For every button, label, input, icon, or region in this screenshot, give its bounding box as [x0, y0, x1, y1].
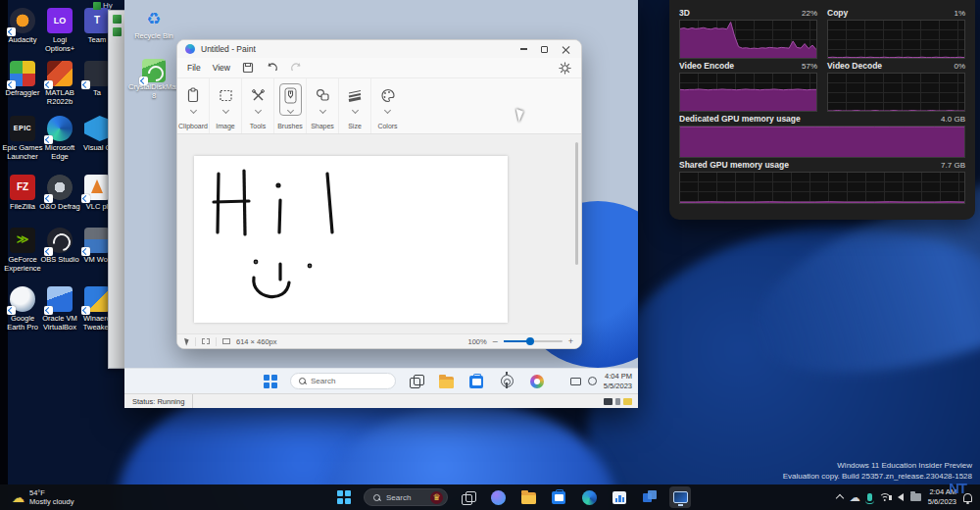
- desktop-icon-epic-games[interactable]: EPIC Epic Games Launcher: [2, 116, 43, 161]
- volume-icon[interactable]: [898, 493, 904, 501]
- selected-tool-outline: [279, 83, 302, 116]
- desktop-icon-obs[interactable]: OBS Studio: [39, 228, 80, 264]
- edge-icon: [47, 116, 73, 141]
- ribbon-group-label: Tools: [250, 123, 266, 129]
- host-start-button[interactable]: [333, 486, 355, 508]
- paint-canvas[interactable]: [194, 156, 508, 323]
- obs-icon: [47, 228, 73, 253]
- zoom-out-button[interactable]: –: [493, 336, 498, 346]
- vm-settings-button[interactable]: [496, 371, 517, 392]
- ribbon-group-label: Brushes: [277, 123, 303, 129]
- watermark-line2: Evaluation copy. Build 25357.zn_release.…: [783, 472, 972, 483]
- maximize-icon[interactable]: [541, 46, 548, 53]
- hyperv-manager-window-title[interactable]: Hy: [93, 1, 113, 10]
- desktop-icon-edge[interactable]: Microsoft Edge: [39, 116, 80, 161]
- onedrive-cloud-icon[interactable]: ☁: [850, 491, 860, 504]
- vm-clock[interactable]: 4:04 PM 5/5/2023: [604, 372, 632, 390]
- separator: [195, 337, 196, 346]
- vm-start-button[interactable]: [260, 371, 281, 392]
- vscode-icon: [84, 116, 110, 141]
- ribbon-group-image[interactable]: Image: [210, 78, 242, 133]
- teams-icon: T: [84, 8, 110, 33]
- desktop-icon-geforce[interactable]: ≫ GeForce Experience: [2, 228, 43, 273]
- zoom-in-button[interactable]: +: [568, 336, 573, 346]
- gpu-graph-title: Copy: [827, 8, 848, 18]
- vm-store-button[interactable]: [466, 371, 487, 392]
- desktop-icon-virtualbox[interactable]: Oracle VM VirtualBox: [39, 286, 80, 332]
- windows-start-icon: [264, 375, 277, 388]
- host-date: 5/6/2023: [928, 497, 956, 507]
- vm-tray-updates-icon[interactable]: [588, 377, 597, 385]
- vm-date: 5/5/2023: [604, 382, 632, 390]
- host-task-manager-button[interactable]: [609, 486, 630, 508]
- desktop-icon-google-earth[interactable]: Google Earth Pro: [2, 286, 43, 332]
- ribbon-group-shapes[interactable]: Shapes: [307, 78, 339, 133]
- vertical-scrollbar[interactable]: [575, 142, 578, 265]
- host-desktop: Audacity Defraggler EPIC Epic Games Laun…: [0, 0, 980, 510]
- ribbon-group-tools[interactable]: Tools: [242, 78, 274, 133]
- edge-icon: [582, 490, 597, 505]
- shortcut-arrow-icon: [81, 194, 90, 203]
- zoom-slider-thumb[interactable]: [526, 337, 534, 345]
- save-icon[interactable]: [242, 62, 254, 74]
- desktop-icon-filezilla[interactable]: FZ FileZilla: [2, 175, 43, 211]
- host-store-button[interactable]: [548, 486, 569, 508]
- windows-watermark: Windows 11 Education Insider Preview Eva…: [783, 461, 972, 483]
- windows-start-icon: [337, 490, 351, 504]
- gpu-graph-title: Video Encode: [679, 61, 734, 71]
- redo-icon[interactable]: [290, 62, 303, 74]
- desktop-icon-oo-defrag[interactable]: O&O Defrag: [39, 175, 80, 211]
- microphone-icon[interactable]: [867, 493, 872, 501]
- ribbon-group-clipboard[interactable]: Clipboard: [177, 78, 210, 133]
- search-icon: [299, 378, 306, 384]
- undo-icon[interactable]: [266, 62, 278, 74]
- gpu-graph-value: 4.0 GB: [941, 115, 965, 124]
- weather-temp: 54°F: [29, 488, 74, 497]
- vm-file-explorer-button[interactable]: [435, 371, 457, 392]
- ribbon-group-brushes[interactable]: Brushes: [274, 78, 307, 133]
- ribbon-group-size[interactable]: Size: [339, 78, 371, 133]
- vm-desktop-icon-recycle-bin[interactable]: ♻ Recycle Bin: [128, 8, 179, 41]
- paint-window[interactable]: Untitled - Paint File View: [176, 39, 582, 349]
- host-vm-connection-button[interactable]: [669, 486, 691, 508]
- vm-search-box[interactable]: Search: [290, 373, 396, 389]
- file-menu[interactable]: File: [187, 63, 201, 73]
- ribbon-group-colors[interactable]: Colors: [371, 78, 404, 133]
- paint-window-title: Untitled - Paint: [201, 44, 256, 54]
- microsoft-store-icon: [552, 491, 565, 504]
- paint-settings-gear-icon[interactable]: [559, 62, 571, 75]
- paint-canvas-area[interactable]: [177, 134, 581, 333]
- desktop-icon-logi-options[interactable]: LO Logi Options+: [39, 8, 80, 53]
- vm-tray-display-icon[interactable]: [570, 378, 581, 385]
- security-status-icon: [623, 398, 632, 405]
- host-hyperv-manager-button[interactable]: [639, 486, 661, 508]
- tray-overflow-chevron-icon[interactable]: [836, 494, 844, 502]
- icon-label: Audacity: [2, 35, 43, 44]
- vm-taskbar: Search 4:04 PM 5/5/2023: [124, 368, 638, 393]
- vm-desktop-icon-crystaldiskmark[interactable]: CrystalDiskMark 8: [128, 59, 179, 100]
- desktop-icon-audacity[interactable]: Audacity: [2, 8, 43, 44]
- host-search-box[interactable]: Search ♛: [364, 488, 448, 506]
- desktop-icon-defraggler[interactable]: Defraggler: [2, 61, 43, 97]
- zoom-slider[interactable]: [504, 340, 563, 342]
- desktop-icon-matlab[interactable]: MATLAB R2022b: [39, 61, 80, 106]
- minimize-icon[interactable]: [520, 48, 527, 50]
- paint-titlebar[interactable]: Untitled - Paint: [177, 40, 581, 58]
- vm-paint-taskbar-button[interactable]: [526, 371, 548, 392]
- vm-connection-window[interactable]: ♻ Recycle Bin CrystalDiskMark 8 Untitled…: [124, 0, 638, 408]
- hyperv-manager-window-edge[interactable]: [108, 10, 124, 369]
- host-task-view-button[interactable]: [457, 486, 478, 508]
- host-edge-button[interactable]: [578, 486, 600, 508]
- close-icon[interactable]: [562, 45, 569, 53]
- host-copilot-button[interactable]: [487, 486, 509, 508]
- weather-widget[interactable]: ☁ 54°F Mostly cloudy: [0, 488, 74, 507]
- file-explorer-icon: [521, 492, 536, 504]
- host-file-explorer-button[interactable]: [517, 486, 539, 508]
- view-menu[interactable]: View: [213, 63, 230, 73]
- ribbon-group-label: Size: [348, 123, 362, 129]
- gpu-graph-value: 0%: [954, 62, 965, 71]
- recycle-bin-icon: ♻: [142, 8, 166, 31]
- vm-task-view-button[interactable]: [405, 371, 426, 392]
- shortcut-arrow-icon: [7, 80, 16, 89]
- tray-folder-icon[interactable]: [910, 493, 921, 501]
